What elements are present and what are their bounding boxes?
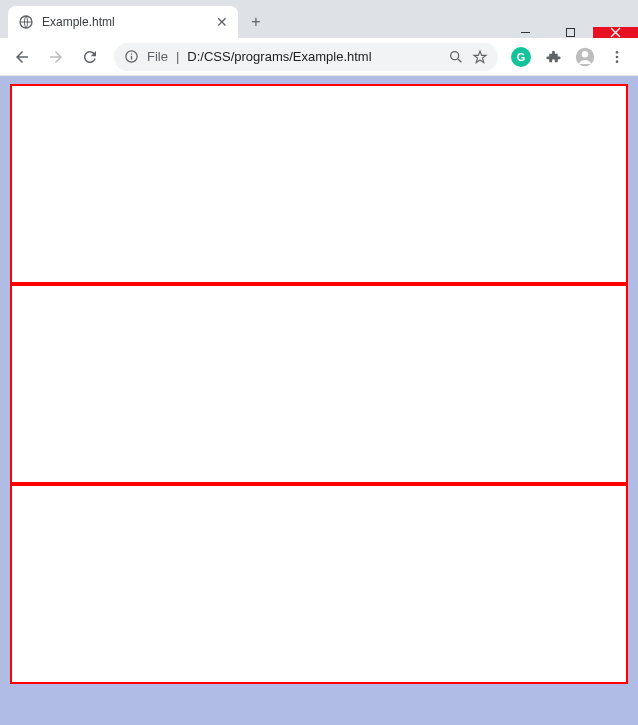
svg-point-20 (131, 53, 133, 55)
menu-icon[interactable] (602, 42, 632, 72)
demo-box-right (10, 484, 628, 684)
zoom-icon[interactable] (448, 49, 464, 65)
url-text: D:/CSS/programs/Example.html (187, 49, 440, 64)
profile-icon[interactable] (570, 42, 600, 72)
new-tab-button[interactable]: + (242, 8, 270, 36)
extensions-icon[interactable] (538, 42, 568, 72)
url-scheme: File (147, 49, 168, 64)
window-controls (503, 27, 638, 38)
svg-rect-29 (12, 86, 212, 282)
close-button[interactable] (593, 27, 638, 38)
svg-point-25 (582, 51, 588, 57)
svg-point-22 (451, 51, 459, 59)
forward-button[interactable] (40, 42, 72, 72)
svg-rect-30 (221, 286, 417, 482)
browser-window: Example.html ✕ + (0, 0, 638, 725)
page-content (0, 76, 638, 725)
svg-rect-31 (430, 486, 626, 682)
minimize-button[interactable] (503, 27, 548, 38)
demo-box-left (10, 84, 628, 284)
globe-icon (18, 14, 34, 30)
svg-line-23 (458, 59, 461, 62)
info-icon (124, 49, 139, 64)
url-divider: | (176, 49, 179, 64)
reload-button[interactable] (74, 42, 106, 72)
svg-rect-16 (567, 29, 575, 37)
tab-title: Example.html (42, 15, 208, 29)
star-icon[interactable] (472, 49, 488, 65)
svg-point-26 (616, 51, 619, 54)
svg-point-27 (616, 55, 619, 58)
svg-point-28 (616, 60, 619, 63)
maximize-button[interactable] (548, 27, 593, 38)
back-button[interactable] (6, 42, 38, 72)
address-bar[interactable]: File | D:/CSS/programs/Example.html (114, 43, 498, 71)
toolbar: File | D:/CSS/programs/Example.html G (0, 38, 638, 76)
svg-rect-21 (131, 56, 132, 60)
extension-grammarly-icon[interactable]: G (506, 42, 536, 72)
demo-box-center (10, 284, 628, 484)
tab-strip: Example.html ✕ + (0, 0, 638, 38)
tab-close-icon[interactable]: ✕ (216, 14, 228, 30)
browser-tab[interactable]: Example.html ✕ (8, 6, 238, 38)
